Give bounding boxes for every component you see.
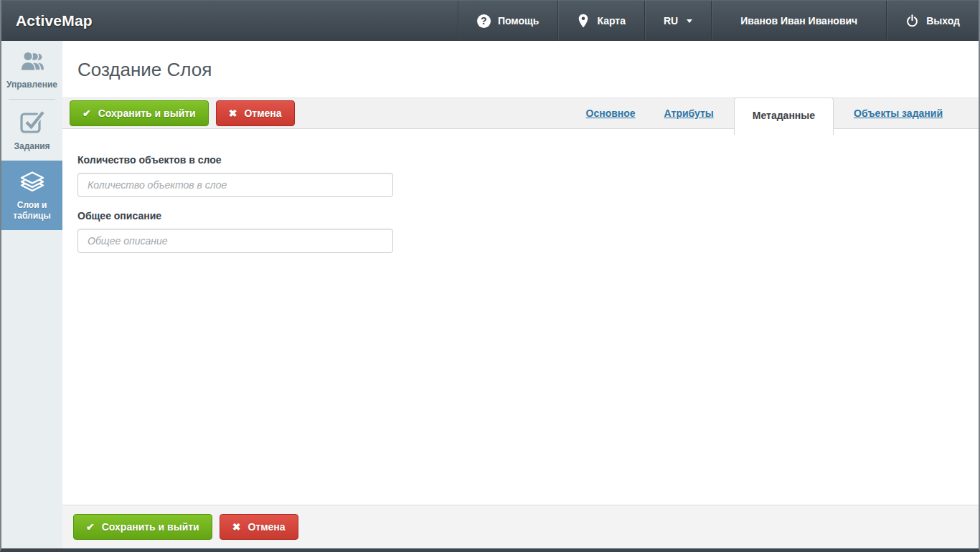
footer-toolbar: ✔ Сохранить и выйти ✖ Отмена [62, 505, 979, 548]
sidebar-item-label: Задания [14, 141, 50, 152]
nav-logout-label: Выход [926, 15, 960, 27]
sidebar-item-label: Управление [6, 80, 57, 90]
x-icon: ✖ [232, 521, 241, 533]
sidebar-item-label: Слои и таблицы [4, 200, 60, 222]
users-icon [18, 50, 47, 73]
sidebar-item-sloi-i-tablicy[interactable]: Слои и таблицы [1, 161, 62, 230]
power-icon [905, 14, 919, 28]
help-icon: ? [477, 14, 491, 28]
nav-map-label: Карта [597, 15, 626, 27]
tab-content-metadata: Количество объектов в слое Общее описани… [62, 129, 979, 505]
nav-help[interactable]: ? Помощь [458, 1, 558, 41]
page-header: Создание Слоя [62, 41, 979, 97]
tab-osnovnoe[interactable]: Основное [586, 108, 636, 119]
footer-save-exit-label: Сохранить и выйти [102, 521, 199, 533]
layers-icon [17, 170, 47, 194]
checkbox-icon [19, 108, 46, 135]
main-panel: Создание Слоя ✔ Сохранить и выйти ✖ Отме… [62, 41, 979, 548]
sidebar-item-upravlenie[interactable]: Управление [1, 41, 62, 99]
description-label: Общее описание [77, 210, 963, 222]
save-exit-button[interactable]: ✔ Сохранить и выйти [70, 100, 209, 126]
description-input[interactable] [77, 229, 393, 253]
footer-buttons: ✔ Сохранить и выйти ✖ Отмена [73, 514, 298, 540]
sidebar-item-zadaniya[interactable]: Задания [1, 99, 62, 161]
object-count-label: Количество объектов в слое [77, 154, 963, 166]
app-logo: ActiveMap [1, 1, 93, 41]
activemap-window: ActiveMap ? Помощь Карта RU Иванов Иван … [0, 0, 980, 552]
nav-language-label: RU [664, 15, 678, 27]
top-navbar: ActiveMap ? Помощь Карта RU Иванов Иван … [1, 0, 979, 41]
footer-cancel-label: Отмена [248, 521, 285, 533]
tab-bar: Основное Атрибуты Метаданные Объекты зад… [572, 101, 957, 125]
page-title: Создание Слоя [77, 59, 979, 81]
nav-help-label: Помощь [498, 15, 540, 27]
sidebar: Управление Задания Слои и [1, 41, 62, 548]
caret-down-icon [687, 19, 692, 23]
save-exit-label: Сохранить и выйти [98, 108, 196, 119]
tab-metadannye[interactable]: Метаданные [734, 97, 834, 135]
nav-language-select[interactable]: RU [644, 1, 711, 41]
check-icon: ✔ [83, 108, 91, 119]
footer-save-exit-button[interactable]: ✔ Сохранить и выйти [73, 514, 212, 540]
nav-logout[interactable]: Выход [886, 1, 979, 41]
tab-obekty-zadaniy[interactable]: Объекты заданий [854, 108, 943, 119]
nav-map[interactable]: Карта [557, 1, 644, 41]
layout: Управление Задания Слои и [1, 41, 979, 548]
form-group-description: Общее описание [77, 210, 963, 253]
footer-cancel-button[interactable]: ✖ Отмена [220, 514, 298, 540]
nav-user-label: Иванов Иван Иванович [740, 15, 857, 27]
form-group-object-count: Количество объектов в слое [77, 154, 963, 197]
map-pin-icon [577, 13, 590, 29]
x-icon: ✖ [229, 108, 237, 119]
toolbar-buttons: ✔ Сохранить и выйти ✖ Отмена [70, 100, 295, 126]
cancel-button[interactable]: ✖ Отмена [216, 100, 295, 126]
cancel-label: Отмена [244, 108, 281, 119]
nav-user[interactable]: Иванов Иван Иванович [711, 1, 886, 41]
navbar-menu: ? Помощь Карта RU Иванов Иван Иванович [458, 1, 979, 41]
tab-atributy[interactable]: Атрибуты [664, 108, 714, 119]
toolbar: ✔ Сохранить и выйти ✖ Отмена Основное Ат… [62, 97, 979, 129]
check-icon: ✔ [86, 521, 95, 533]
object-count-input[interactable] [77, 173, 393, 197]
